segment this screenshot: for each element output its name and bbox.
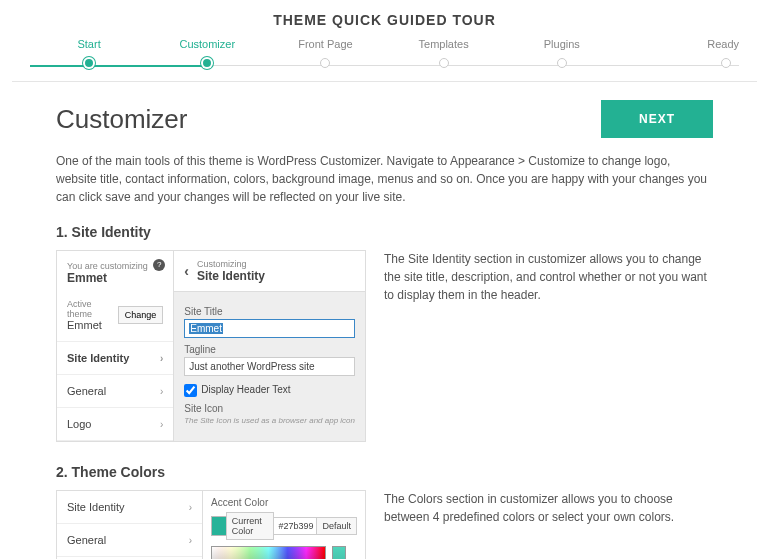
step-front-page[interactable]: Front Page (266, 38, 384, 71)
hue-slider[interactable] (332, 546, 346, 559)
customizing-label: You are customizing (67, 261, 163, 271)
step-start[interactable]: Start (30, 38, 148, 71)
accent-swatch[interactable] (211, 516, 227, 536)
chevron-right-icon: › (160, 419, 163, 430)
panel-label: Customizing (197, 259, 265, 269)
help-icon[interactable]: ? (153, 259, 165, 271)
change-theme-button[interactable]: Change (118, 306, 164, 324)
site-title-input[interactable]: Emmet (184, 319, 355, 338)
default-button[interactable]: Default (316, 517, 357, 535)
theme-colors-screenshot: Site Identity› General› Logo› Colors› He… (56, 490, 366, 559)
steps-bar: Start Customizer Front Page Templates Pl… (0, 38, 769, 81)
menu2-general[interactable]: General› (57, 524, 202, 557)
display-header-label: Display Header Text (201, 384, 290, 395)
back-icon[interactable]: ‹ (184, 263, 189, 279)
customizing-site: Emmet (67, 271, 163, 285)
section1-desc: The Site Identity section in customizer … (384, 250, 713, 442)
tour-title: THEME QUICK GUIDED TOUR (0, 0, 769, 38)
color-gradient[interactable] (211, 546, 326, 559)
site-icon-label: Site Icon (184, 403, 355, 414)
accent-color-label: Accent Color (211, 497, 357, 508)
current-color-button[interactable]: Current Color (226, 512, 275, 540)
next-button[interactable]: NEXT (601, 100, 713, 138)
step-customizer[interactable]: Customizer (148, 38, 266, 71)
section2-desc: The Colors section in customizer allows … (384, 490, 713, 559)
section1-heading: 1. Site Identity (56, 224, 713, 240)
site-identity-screenshot: You are customizing Emmet ? Active theme… (56, 250, 366, 442)
site-icon-note: The Site Icon is used as a browser and a… (184, 416, 355, 425)
chevron-right-icon: › (160, 386, 163, 397)
menu-logo[interactable]: Logo› (57, 408, 173, 441)
active-theme-name: Emmet (67, 319, 118, 331)
site-title-label: Site Title (184, 306, 355, 317)
menu-site-identity[interactable]: Site Identity› (57, 342, 173, 375)
intro-text: One of the main tools of this theme is W… (56, 152, 713, 206)
menu2-site-identity[interactable]: Site Identity› (57, 491, 202, 524)
display-header-checkbox[interactable] (184, 384, 197, 397)
active-theme-label: Active theme (67, 299, 118, 319)
panel-title: Site Identity (197, 269, 265, 283)
tagline-input[interactable]: Just another WordPress site (184, 357, 355, 376)
tagline-label: Tagline (184, 344, 355, 355)
chevron-right-icon: › (189, 535, 192, 546)
step-ready[interactable]: Ready (621, 38, 739, 71)
menu-general[interactable]: General› (57, 375, 173, 408)
chevron-right-icon: › (160, 353, 163, 364)
section2-heading: 2. Theme Colors (56, 464, 713, 480)
chevron-right-icon: › (189, 502, 192, 513)
page-title: Customizer (56, 104, 187, 135)
hex-input[interactable]: #27b399 (273, 517, 317, 535)
step-plugins[interactable]: Plugins (503, 38, 621, 71)
step-templates[interactable]: Templates (385, 38, 503, 71)
